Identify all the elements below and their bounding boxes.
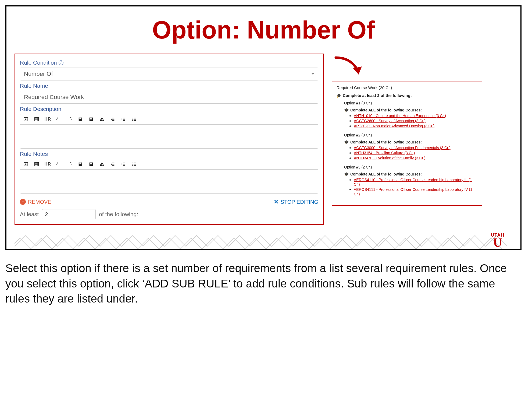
table-icon[interactable]: [34, 161, 40, 167]
course-item: ANTH3154 - Brazilian Culture (3 Cr.): [354, 150, 477, 155]
course-item: AEROS4111 - Professional Officer Course …: [354, 187, 477, 196]
image-icon[interactable]: [23, 161, 29, 167]
redo-icon[interactable]: [67, 161, 73, 167]
course-link[interactable]: ANTH1010 - Culture and the Human Experie…: [354, 114, 446, 118]
outdent-icon[interactable]: [110, 161, 116, 167]
rule-condition-label: Rule Condition i: [20, 59, 318, 66]
option-rule-text: Complete ALL of the following Courses:: [350, 172, 422, 176]
svg-rect-11: [24, 163, 28, 166]
bullet-list-icon[interactable]: [131, 116, 137, 122]
atleast-prefix: At least: [20, 211, 39, 217]
svg-point-8: [132, 118, 133, 118]
course-link[interactable]: ANTH3470 - Evolution of the Family (3 Cr…: [354, 156, 425, 160]
right-column: Required Course Work (20 Cr.) 🎓 Complete…: [332, 54, 482, 206]
course-link[interactable]: ANTH3154 - Brazilian Culture (3 Cr.): [354, 151, 415, 155]
image-icon[interactable]: [23, 116, 29, 122]
svg-point-21: [132, 165, 133, 166]
course-list: ACCTG3000 - Survey of Accounting Fundame…: [354, 145, 477, 160]
stop-editing-button[interactable]: ✕ STOP EDITING: [274, 198, 318, 205]
close-icon: ✕: [274, 198, 279, 205]
shapes-icon[interactable]: [99, 161, 105, 167]
svg-rect-17: [100, 164, 102, 166]
indent-icon[interactable]: [120, 116, 126, 122]
svg-rect-2: [35, 118, 38, 121]
notes-toolbar: HR: [20, 159, 318, 169]
option-rule-text: Complete ALL of the following Courses:: [350, 140, 422, 144]
svg-point-19: [132, 163, 133, 163]
undo-icon[interactable]: [56, 161, 62, 167]
svg-rect-4: [80, 118, 81, 119]
atleast-input[interactable]: [42, 209, 96, 219]
list-box-icon[interactable]: [88, 161, 94, 167]
course-link[interactable]: ACCTG3000 - Survey of Accounting Fundame…: [354, 146, 451, 150]
undo-icon[interactable]: [56, 116, 62, 122]
atleast-suffix: of the following:: [99, 211, 138, 217]
info-icon[interactable]: i: [59, 60, 63, 65]
option-rule: 🎓Complete ALL of the following Courses:: [344, 140, 477, 144]
svg-point-10: [132, 120, 133, 121]
rule-description-label: Rule Description: [20, 106, 318, 112]
slide: Option: Number Of Rule Condition i Numbe…: [5, 5, 522, 250]
option-block: Option #1 (9 Cr.)🎓Complete ALL of the fo…: [344, 101, 477, 128]
course-link[interactable]: AEROS4110 - Professional Officer Course …: [354, 178, 472, 187]
options-container: Option #1 (9 Cr.)🎓Complete ALL of the fo…: [337, 101, 477, 196]
remove-label: REMOVE: [28, 199, 51, 205]
option-label: Option #2 (9 Cr.): [344, 133, 477, 137]
content-row: Rule Condition i Number Of Rule Name Req…: [15, 54, 512, 225]
save-icon[interactable]: [77, 161, 83, 167]
course-link[interactable]: ACCTG2600 - Survey of Accounting (3 Cr.): [354, 119, 426, 123]
svg-point-18: [102, 164, 104, 166]
grad-cap-icon: 🎓: [344, 108, 349, 112]
course-item: ART3020 - Non-major Advanced Drawing (3 …: [354, 124, 477, 128]
hr-button[interactable]: HR: [44, 117, 51, 122]
course-link[interactable]: AEROS4111 - Professional Officer Course …: [354, 187, 472, 196]
notes-editor[interactable]: [20, 169, 318, 194]
option-rule: 🎓Complete ALL of the following Courses:: [344, 108, 477, 112]
indent-icon[interactable]: [120, 161, 126, 167]
description-editor[interactable]: [20, 124, 318, 149]
option-label: Option #3 (2 Cr.): [344, 165, 477, 169]
option-label: Option #1 (9 Cr.): [344, 101, 477, 105]
grad-cap-icon: 🎓: [337, 93, 341, 98]
caption-text: Select this option if there is a set num…: [5, 261, 522, 307]
table-icon[interactable]: [34, 116, 40, 122]
stop-editing-label: STOP EDITING: [281, 199, 318, 205]
option-block: Option #2 (9 Cr.)🎓Complete ALL of the fo…: [344, 133, 477, 160]
course-item: AEROS4110 - Professional Officer Course …: [354, 177, 477, 187]
svg-rect-13: [35, 163, 38, 166]
course-item: ANTH3470 - Evolution of the Family (3 Cr…: [354, 156, 477, 160]
rule-name-input[interactable]: Required Course Work: [20, 91, 318, 104]
remove-icon: −: [20, 199, 26, 205]
description-toolbar: HR: [20, 114, 318, 124]
save-icon[interactable]: [77, 116, 83, 122]
preview-panel: Required Course Work (20 Cr.) 🎓 Complete…: [332, 82, 482, 206]
utah-logo: UTAH U: [491, 233, 504, 248]
outdent-icon[interactable]: [110, 116, 116, 122]
course-link[interactable]: ART3020 - Non-major Advanced Drawing (3 …: [354, 124, 434, 128]
action-row: − REMOVE ✕ STOP EDITING: [20, 198, 318, 205]
course-list: AEROS4110 - Professional Officer Course …: [354, 177, 477, 196]
remove-button[interactable]: − REMOVE: [20, 199, 51, 205]
rule-name-value: Required Course Work: [24, 94, 84, 100]
rule-condition-label-text: Rule Condition: [20, 59, 57, 66]
option-rule: 🎓Complete ALL of the following Courses:: [344, 172, 477, 176]
list-box-icon[interactable]: [88, 116, 94, 122]
shapes-icon[interactable]: [99, 116, 105, 122]
svg-point-9: [132, 119, 133, 120]
svg-point-7: [102, 120, 104, 121]
redo-icon[interactable]: [67, 116, 73, 122]
bullet-list-icon[interactable]: [131, 161, 137, 167]
course-item: ACCTG2600 - Survey of Accounting (3 Cr.): [354, 118, 477, 123]
course-list: ANTH1010 - Culture and the Human Experie…: [354, 113, 477, 128]
rule-name-label: Rule Name: [20, 83, 318, 89]
svg-rect-6: [100, 120, 102, 121]
course-item: ACCTG3000 - Survey of Accounting Fundame…: [354, 145, 477, 150]
rule-condition-select[interactable]: Number Of: [20, 68, 318, 80]
rule-notes-label: Rule Notes: [20, 151, 318, 157]
rule-condition-value: Number Of: [24, 71, 53, 78]
hr-button[interactable]: HR: [44, 162, 51, 167]
grad-cap-icon: 🎓: [344, 140, 349, 144]
utah-logo-letter: U: [491, 238, 504, 248]
preview-main-rule-text: Complete at least 2 of the following:: [343, 93, 412, 98]
option-rule-text: Complete ALL of the following Courses:: [350, 108, 422, 112]
